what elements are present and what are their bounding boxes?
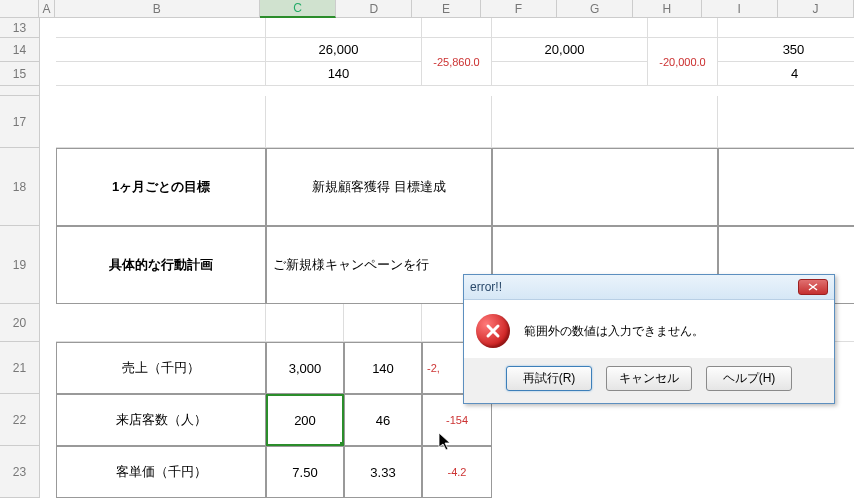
col-D[interactable]: D [336,0,412,18]
actual-upper[interactable]: 140 [266,62,422,86]
col-J[interactable]: J [778,0,854,18]
metric-unit-goal[interactable]: 7.50 [266,446,344,498]
dialog-buttons: 再試行(R) キャンセル ヘルプ(H) [464,358,834,403]
actual-label: 実 績 [56,62,266,86]
monthly-goal-sep[interactable] [718,148,854,226]
row-14[interactable]: 14 [0,38,40,62]
dialog-message: 範囲外の数値は入力できません。 [524,323,704,340]
col-B[interactable]: B [55,0,260,18]
month-corner [56,96,266,148]
cancel-button[interactable]: キャンセル [606,366,692,391]
diff-lower-cell: -20,000.0 [648,38,718,86]
row-22[interactable]: 22 [0,394,40,446]
row-18[interactable]: 18 [0,148,40,226]
metric-sales-label: 売上（千円） [56,342,266,394]
gap-row [56,86,854,96]
column-headers[interactable]: A B C D E F G H I J [0,0,854,18]
metric-unit-label: 客単価（千円） [56,446,266,498]
row-col-corner[interactable] [0,0,39,18]
subh-actual: 実績 [344,304,422,342]
header-sales-upper: 売上（上代） [266,18,422,38]
col-A[interactable]: A [39,0,55,18]
action-plan-label: 具体的な行動計画 [56,226,266,304]
row-20[interactable]: 20 [0,304,40,342]
close-icon [808,283,818,291]
month-jul: 7月 [266,96,492,148]
actual-lower[interactable] [492,62,648,86]
dialog-title: error!! [470,280,502,294]
row-23[interactable]: 23 [0,446,40,498]
row-16-gap[interactable] [0,86,40,96]
goal-lower[interactable]: 20,000 [492,38,648,62]
diff-lower-value: -20,000.0 [659,56,705,68]
actual-visitors[interactable]: 4 [718,62,854,86]
metric-unit-diff: -4.2 [422,446,492,498]
diff-upper-value: -25,860.0 [433,56,479,68]
metric-sales-actual[interactable]: 140 [344,342,422,394]
monthly-goal-jul[interactable]: 新規顧客獲得 目標達成 [266,148,492,226]
dialog-body: 範囲外の数値は入力できません。 [464,300,834,358]
row-13[interactable]: 13 [0,18,40,38]
month-aug: 8月 [492,96,718,148]
col-A-gutter [40,18,56,498]
subheader-corner [56,304,266,342]
metric-visitors-label: 来店客数（人） [56,394,266,446]
error-icon [476,314,510,348]
row-21[interactable]: 21 [0,342,40,394]
col-C[interactable]: C [260,0,336,18]
col-H[interactable]: H [633,0,701,18]
error-dialog: error!! 範囲外の数値は入力できません。 再試行(R) キャンセル ヘルプ… [463,274,835,404]
col-I[interactable]: I [702,0,778,18]
header-sales-lower: 売上（下代） [492,18,648,38]
metric-visitors-goal[interactable]: 200 [266,394,344,446]
monthly-goal-aug[interactable] [492,148,718,226]
header-diff1: 差 [422,18,492,38]
row-19[interactable]: 19 [0,226,40,304]
col-E[interactable]: E [412,0,480,18]
metric-unit-actual[interactable]: 3.33 [344,446,422,498]
subh-goal: 目標 [266,304,344,342]
retry-button[interactable]: 再試行(R) [506,366,592,391]
mouse-cursor-icon [438,432,454,457]
goal-upper[interactable]: 26,000 [266,38,422,62]
action-plan-jul[interactable]: ご新規様キャンペーンを行 [266,226,492,304]
header-diff2: 差 [648,18,718,38]
month-sep: 9月 [718,96,854,148]
row-17[interactable]: 17 [0,96,40,148]
col-G[interactable]: G [557,0,633,18]
metric-sales-goal[interactable]: 3,000 [266,342,344,394]
header-corner [56,18,266,38]
goal-visitors[interactable]: 350 [718,38,854,62]
metric-visitors-actual[interactable]: 46 [344,394,422,446]
row-15[interactable]: 15 [0,62,40,86]
help-button[interactable]: ヘルプ(H) [706,366,792,391]
monthly-goal-label: 1ヶ月ごとの目標 [56,148,266,226]
diff-upper-cell: -25,860.0 [422,38,492,86]
close-button[interactable] [798,279,828,295]
dialog-titlebar[interactable]: error!! [464,275,834,300]
goal-label: 目 標 [56,38,266,62]
col-F[interactable]: F [481,0,557,18]
header-visitors: 来店客数 [718,18,854,38]
